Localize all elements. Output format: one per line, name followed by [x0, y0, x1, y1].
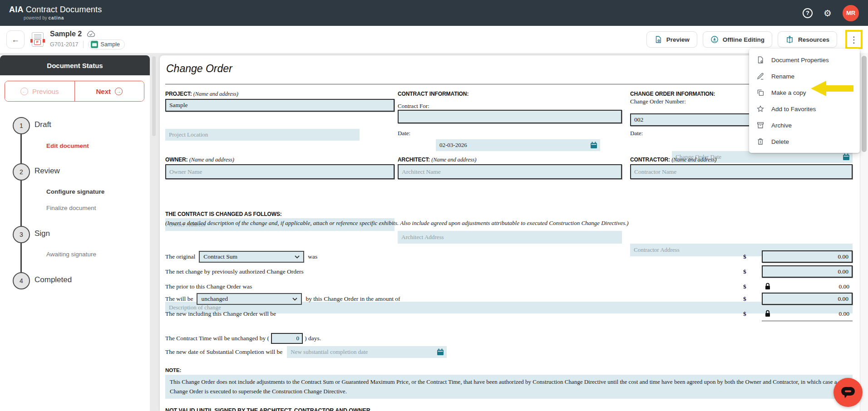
project-name-field[interactable]: Sample [165, 99, 395, 112]
contractor-label: CONTRACTOR: (Name and address) [630, 157, 853, 163]
chat-widget-button[interactable] [833, 378, 863, 407]
project-hint: (Name and address) [193, 91, 238, 97]
help-icon[interactable]: ? [803, 8, 813, 18]
contractor-hint: (Name and address) [671, 157, 716, 163]
back-button[interactable]: ← [6, 30, 25, 49]
project-location-field[interactable]: Project Location [165, 129, 360, 141]
offline-editing-button[interactable]: Offline Editing [703, 31, 772, 48]
completion-placeholder: New substantial completion date [291, 348, 368, 356]
document-code: G701-2017 [50, 41, 79, 48]
document-status-header: Document Status [0, 55, 150, 75]
step-circle-completed: 4 [13, 272, 30, 289]
row-text: The net change by previously authorized … [165, 268, 304, 275]
total-underline [762, 321, 853, 321]
circle-arrow-left-icon: ← [20, 88, 28, 95]
copy-icon [756, 88, 764, 97]
chat-bubble-icon [840, 386, 856, 399]
menu-label: Rename [771, 73, 794, 80]
substep-awaiting-signature[interactable]: Awaiting signature [46, 251, 96, 258]
menu-item-archive[interactable]: Archive [749, 117, 860, 133]
brand-title: AIA Contract Documents [9, 5, 102, 15]
project-label-text: PROJECT: [165, 91, 192, 97]
preview-doc-eye-icon [654, 35, 662, 44]
menu-item-add-to-favorites[interactable]: Add to Favorites [749, 101, 860, 117]
download-circle-icon [710, 35, 719, 44]
chevron-down-icon [295, 255, 300, 259]
rename-icon [756, 72, 764, 80]
not-valid-text: NOT VALID UNTIL SIGNED BY THE ARCHITECT,… [165, 407, 372, 411]
completion-date-field[interactable]: New substantial completion date [287, 346, 447, 358]
document-title: Sample 2 [50, 30, 82, 38]
row-text: The original [165, 253, 195, 260]
previous-button[interactable]: ← Previous [5, 81, 75, 101]
contract-time-text-end: ) days. [305, 335, 321, 342]
contract-changed-label: THE CONTRACT IS CHANGED AS FOLLOWS: [165, 211, 282, 217]
original-sum-field[interactable]: 0.00 [762, 250, 853, 263]
substep-finalize-document[interactable]: Finalize document [46, 205, 96, 211]
step-label-sign: Sign [35, 229, 50, 238]
page-scrollbar-thumb[interactable] [862, 56, 867, 152]
contract-date-field[interactable]: 02-03-2026 [436, 139, 600, 151]
contract-time-row: The Contract Time will be unchanged by (… [165, 333, 321, 344]
resources-button[interactable]: Resources [778, 31, 837, 48]
change-amount-field[interactable]: 0.00 [762, 293, 853, 305]
currency-symbol: $ [743, 293, 746, 305]
sample-tag[interactable]: Sample [88, 39, 125, 49]
note-label: NOTE: [165, 367, 181, 373]
contract-sum-select[interactable]: Contract Sum [199, 251, 304, 263]
architect-name-field[interactable]: Architect Name [398, 164, 622, 179]
next-button[interactable]: Next → [75, 81, 144, 101]
contractor-label-text: CONTRACTOR: [630, 157, 670, 163]
folder-tag-icon [91, 41, 98, 48]
sidebar-scrollbar[interactable] [152, 56, 156, 136]
chevron-down-icon [292, 298, 297, 301]
contract-date-value: 02-03-2026 [439, 142, 467, 149]
calendar-icon[interactable] [590, 142, 597, 149]
select-value: unchanged [201, 295, 227, 303]
substantial-completion-row: The new date of Substantial Completion w… [165, 346, 447, 358]
document-header: ← F Sample 2 G701-2017 Sample [0, 26, 868, 53]
net-change-field[interactable]: 0.00 [762, 265, 853, 278]
brand-aia: AIA [9, 5, 24, 14]
menu-item-document-properties[interactable]: Document Properties [749, 52, 860, 68]
days-field[interactable]: 0 [271, 333, 303, 344]
contractor-name-field[interactable]: Contractor Name [630, 164, 853, 179]
select-value: Contract Sum [203, 253, 237, 260]
architect-label-text: ARCHITECT: [398, 157, 430, 163]
menu-item-delete[interactable]: Delete [749, 133, 860, 150]
more-options-button[interactable]: ⋮ [850, 35, 858, 44]
row-text: The prior to this Change Order was [165, 283, 252, 290]
unchanged-select[interactable]: unchanged [197, 293, 302, 305]
step-connector [20, 181, 22, 226]
architect-address-field[interactable]: Architect Address [398, 231, 622, 244]
contract-for-field[interactable] [398, 110, 622, 123]
substep-edit-document[interactable]: Edit document [46, 142, 89, 149]
architect-address-placeholder: Architect Address [401, 234, 444, 241]
star-icon [756, 105, 764, 113]
previous-label: Previous [32, 88, 59, 95]
offline-editing-label: Offline Editing [723, 36, 764, 43]
circle-arrow-right-icon: → [115, 88, 123, 95]
avatar[interactable]: MR [843, 5, 859, 21]
contract-date-label: Date: [398, 130, 622, 137]
currency-symbol: $ [743, 280, 746, 293]
preview-label: Preview [666, 36, 690, 43]
calendar-icon[interactable] [437, 348, 444, 356]
step-connector [20, 243, 22, 272]
top-navbar: AIA Contract Documents powered by catina… [0, 0, 868, 26]
substep-configure-signature[interactable]: Configure signature [46, 188, 104, 195]
owner-name-placeholder: Owner Name [169, 168, 202, 176]
project-location-placeholder: Project Location [169, 131, 208, 138]
menu-label: Add to Favorites [771, 106, 816, 113]
preview-button[interactable]: Preview [646, 31, 697, 48]
document-properties-icon [756, 56, 764, 64]
resources-label: Resources [798, 36, 829, 43]
more-menu-highlight: ⋮ [845, 30, 863, 49]
project-label: PROJECT: (Name and address) [165, 91, 395, 98]
row-text: was [308, 253, 317, 260]
row-text: by this Change Order in the amount of [306, 295, 400, 303]
owner-name-field[interactable]: Owner Name [165, 164, 395, 179]
new-total-value: 0.00 [762, 308, 853, 320]
document-status-panel: Document Status ← Previous Next → 1 Draf… [0, 55, 150, 411]
gear-icon[interactable]: ⚙ [824, 9, 832, 18]
